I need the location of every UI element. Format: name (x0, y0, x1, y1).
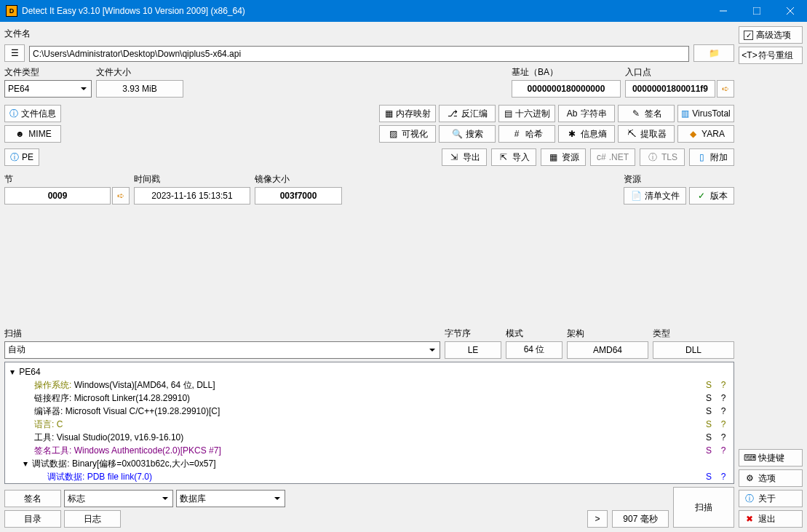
filepath-input[interactable]: C:\Users\Administrator\Desktop\Down\qipl… (29, 46, 689, 62)
entropy-icon: ✱ (566, 128, 578, 140)
strings-icon: Ab (566, 108, 578, 119)
pe-button[interactable]: ⓘPE (4, 148, 39, 166)
manifest-icon: 📄 (630, 190, 642, 202)
fileinfo-button[interactable]: ⓘ文件信息 (4, 105, 61, 122)
disasm-button[interactable]: ⎇反汇编 (439, 105, 496, 122)
close-button[interactable] (774, 0, 807, 22)
extractor-button[interactable]: ⛏提取器 (618, 125, 675, 143)
minimize-button[interactable] (707, 0, 740, 22)
close-icon: ✖ (744, 513, 755, 525)
list-icon: ☰ (11, 47, 19, 59)
title-bar: D Detect It Easy v3.10 [Windows 10 Versi… (0, 0, 807, 22)
advanced-checkbox[interactable]: ✓高级选项 (739, 26, 803, 44)
entrypoint-goto-button[interactable]: ➪ (717, 80, 734, 98)
database-combo[interactable]: 数据库 (176, 490, 285, 507)
imagesize-label: 镜像大小 (255, 172, 342, 187)
mime-button[interactable]: ☻MIME (4, 125, 61, 143)
shortcuts-button[interactable]: ⌨快捷键 (739, 449, 803, 467)
strings-button[interactable]: Ab字符串 (558, 105, 615, 122)
keyboard-icon: ⌨ (744, 452, 755, 464)
check-icon: ✓ (696, 190, 707, 202)
visualize-button[interactable]: ▨可视化 (379, 125, 436, 143)
eye-icon: ▨ (387, 128, 399, 140)
section-label: 节 (4, 172, 130, 187)
tls-button[interactable]: ⓘTLS (640, 148, 685, 166)
info-icon: ⓘ (647, 151, 659, 163)
filetype-label: 文件类型 (4, 65, 92, 80)
version-button[interactable]: ✓版本 (689, 187, 734, 205)
entropy-button[interactable]: ✱信息熵 (558, 125, 615, 143)
collapse-icon[interactable]: ▾ (21, 483, 30, 485)
scan-label: 扫描 (4, 326, 440, 341)
info-icon: ⓘ (10, 151, 19, 163)
export-icon: ⇲ (448, 151, 460, 163)
timestamp-field[interactable]: 2023-11-16 15:13:51 (134, 187, 250, 205)
arch-button[interactable]: AMD64 (567, 341, 648, 359)
elapsed-field: 907 毫秒 (612, 510, 669, 528)
endian-button[interactable]: LE (445, 341, 501, 359)
flags-combo[interactable]: 标志 (64, 490, 173, 507)
info-icon: ⓘ (744, 493, 755, 504)
search-button[interactable]: 🔍搜索 (439, 125, 496, 143)
imagesize-field[interactable]: 003f7000 (255, 187, 342, 205)
export-button[interactable]: ⇲导出 (442, 148, 487, 166)
collapse-icon[interactable]: ▾ (21, 457, 30, 470)
overlay-icon: ▯ (696, 151, 707, 163)
hex-button[interactable]: ▤十六进制 (498, 105, 555, 122)
import-button[interactable]: ⇱导入 (491, 148, 536, 166)
type-button[interactable]: DLL (653, 341, 734, 359)
hash-icon: # (511, 128, 522, 140)
file-list-button[interactable]: ☰ (4, 44, 25, 62)
overlay-button[interactable]: ▯附加 (689, 148, 734, 166)
folder-icon: 📁 (708, 47, 720, 59)
signatures-button[interactable]: 签名 (4, 490, 61, 507)
baseaddr-field[interactable]: 0000000180000000 (512, 80, 621, 98)
checkbox-icon: ✓ (744, 31, 753, 40)
open-file-button[interactable]: 📁 (693, 44, 734, 62)
symbolgroup-button[interactable]: <T>符号重组 (739, 47, 803, 64)
resource-label: 资源 (624, 172, 734, 187)
window-title: Detect It Easy v3.10 [Windows 10 Version… (22, 6, 707, 16)
resources-button[interactable]: ▦资源 (541, 148, 586, 166)
app-logo-icon: D (6, 5, 17, 17)
info-icon: ⓘ (9, 108, 18, 119)
options-button[interactable]: ⚙选项 (739, 469, 803, 487)
section-field[interactable]: 0009 (4, 187, 111, 205)
import-icon: ⇱ (498, 151, 509, 163)
about-button[interactable]: ⓘ关于 (739, 490, 803, 507)
pen-icon: ✎ (630, 108, 642, 119)
hash-button[interactable]: #哈希 (498, 125, 555, 143)
endian-label: 字节序 (445, 326, 501, 341)
csharp-icon: c# (597, 152, 606, 162)
scan-button[interactable]: 扫描 (673, 487, 734, 528)
type-label: 类型 (653, 326, 734, 341)
collapse-icon[interactable]: ▾ (8, 365, 17, 378)
disasm-icon: ⎇ (447, 108, 458, 119)
mode-button[interactable]: 64 位 (506, 341, 562, 359)
hex-icon: ▤ (504, 108, 512, 119)
expand-button[interactable]: > (587, 510, 608, 528)
log-button[interactable]: 日志 (64, 510, 121, 528)
vt-icon: ▥ (681, 108, 689, 119)
manifest-button[interactable]: 📄清单文件 (624, 187, 686, 205)
exit-button[interactable]: ✖退出 (739, 510, 803, 528)
net-button[interactable]: c#.NET (590, 148, 635, 166)
scanmode-combo[interactable]: 自动 (4, 341, 440, 359)
memmap-button[interactable]: ▦内存映射 (379, 105, 436, 122)
directory-button[interactable]: 目录 (4, 510, 61, 528)
filetype-combo[interactable]: PE64 (4, 80, 92, 98)
entrypoint-field[interactable]: 00000001800011f9 (625, 80, 715, 98)
search-icon: 🔍 (451, 128, 463, 140)
timestamp-label: 时间戳 (134, 172, 250, 187)
filename-label: 文件名 (4, 26, 734, 41)
section-goto-button[interactable]: ➪ (112, 187, 130, 205)
tag-icon: <T> (744, 49, 755, 61)
signature-button[interactable]: ✎签名 (618, 105, 675, 122)
scan-results-tree[interactable]: ▾ PE64 操作系统: Windows(Vista)[AMD64, 64 位,… (4, 362, 734, 485)
filesize-button[interactable]: 3.93 MiB (96, 80, 183, 98)
maximize-button[interactable] (740, 0, 774, 22)
yara-button[interactable]: ◆YARA (677, 125, 734, 143)
virustotal-button[interactable]: ▥VirusTotal (677, 105, 734, 122)
yara-icon: ◆ (687, 128, 699, 140)
memory-icon: ▦ (385, 108, 393, 119)
